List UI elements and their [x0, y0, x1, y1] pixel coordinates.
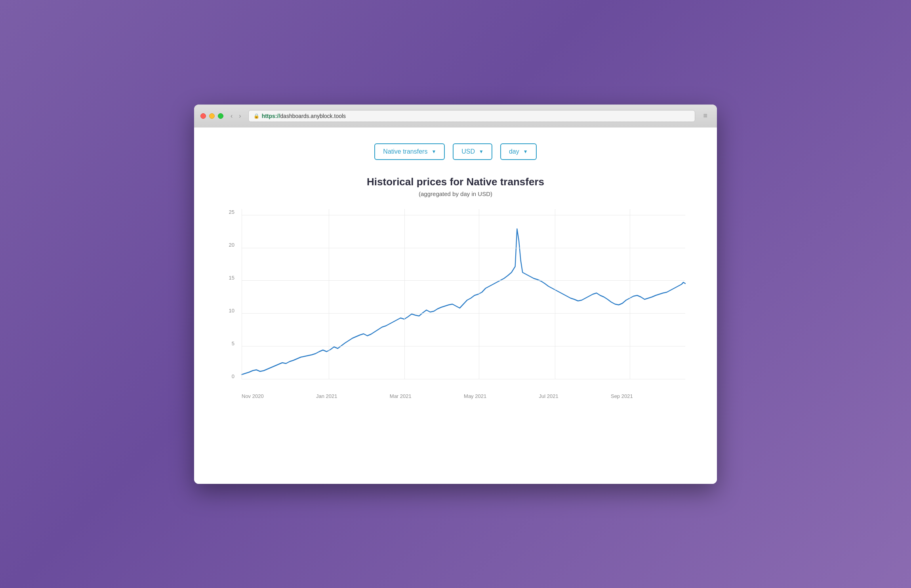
chevron-down-icon: ▼ — [479, 149, 484, 154]
grid-lines — [242, 209, 685, 379]
vgrid-3 — [479, 209, 479, 379]
y-label-15: 15 — [218, 275, 238, 281]
y-label-0: 0 — [218, 373, 238, 379]
transfer-type-label: Native transfers — [383, 148, 427, 155]
nav-buttons: ‹ › — [228, 112, 244, 120]
x-axis: Nov 2020 Jan 2021 Mar 2021 May 2021 Jul … — [242, 379, 685, 399]
forward-button[interactable]: › — [236, 112, 243, 120]
url-display: https://dashboards.anyblock.tools — [262, 113, 346, 119]
vgrid-5 — [630, 209, 630, 379]
y-label-10: 10 — [218, 308, 238, 314]
grid-line-5 — [242, 346, 685, 346]
vgrid-4 — [555, 209, 555, 379]
vgrid-2 — [404, 209, 405, 379]
chart-title: Historical prices for Native transfers — [218, 176, 693, 188]
x-label-sep2021: Sep 2021 — [611, 393, 633, 399]
chevron-down-icon: ▼ — [523, 149, 528, 154]
vgrid-1 — [329, 209, 329, 379]
grid-line-25 — [242, 215, 685, 215]
address-bar[interactable]: 🔒 https://dashboards.anyblock.tools — [248, 110, 696, 122]
grid-line-20 — [242, 248, 685, 248]
x-label-jan2021: Jan 2021 — [316, 393, 337, 399]
chart-subtitle: (aggregated by day in USD) — [218, 190, 693, 197]
y-label-5: 5 — [218, 341, 238, 346]
grid-line-10 — [242, 313, 685, 314]
lock-icon: 🔒 — [253, 113, 259, 119]
traffic-lights — [200, 113, 223, 119]
x-label-mar2021: Mar 2021 — [390, 393, 412, 399]
page-content: Native transfers ▼ USD ▼ day ▼ Historica… — [194, 127, 717, 484]
y-label-20: 20 — [218, 242, 238, 248]
currency-label: USD — [461, 148, 475, 155]
y-label-25: 25 — [218, 209, 238, 215]
interval-label: day — [509, 148, 519, 155]
x-label-nov2020: Nov 2020 — [242, 393, 264, 399]
browser-window: ‹ › 🔒 https://dashboards.anyblock.tools … — [194, 105, 717, 484]
chevron-down-icon: ▼ — [431, 149, 436, 154]
vgrid-0 — [242, 209, 242, 379]
controls-row: Native transfers ▼ USD ▼ day ▼ — [218, 143, 693, 160]
back-button[interactable]: ‹ — [228, 112, 235, 120]
currency-dropdown[interactable]: USD ▼ — [453, 143, 492, 160]
close-button[interactable] — [200, 113, 206, 119]
minimize-button[interactable] — [209, 113, 215, 119]
titlebar: ‹ › 🔒 https://dashboards.anyblock.tools … — [194, 105, 717, 127]
x-label-may2021: May 2021 — [464, 393, 486, 399]
y-axis: 0 5 10 15 20 25 — [218, 209, 238, 379]
browser-menu-button[interactable]: ≡ — [700, 110, 711, 122]
chart-title-block: Historical prices for Native transfers (… — [218, 176, 693, 197]
x-label-jul2021: Jul 2021 — [539, 393, 558, 399]
chart-container: 0 5 10 15 20 25 — [218, 209, 693, 399]
transfer-type-dropdown[interactable]: Native transfers ▼ — [374, 143, 445, 160]
maximize-button[interactable] — [218, 113, 223, 119]
grid-line-15 — [242, 280, 685, 281]
chart-area — [242, 209, 685, 379]
interval-dropdown[interactable]: day ▼ — [500, 143, 537, 160]
